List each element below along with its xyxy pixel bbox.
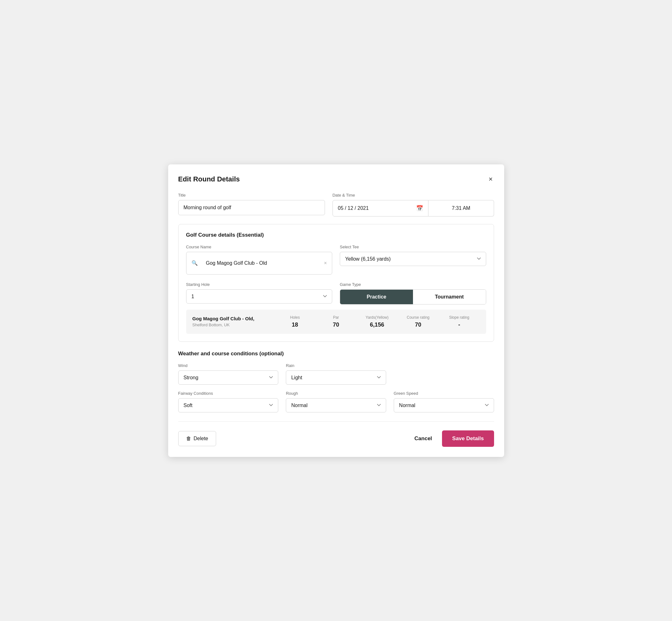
course-tee-row: Course Name 🔍 × Select Tee Yellow (6,156… xyxy=(186,245,486,275)
rough-dropdown[interactable]: Short Normal Long xyxy=(286,398,386,412)
course-name-group: Course Name 🔍 × xyxy=(186,245,333,275)
course-name-label: Course Name xyxy=(186,245,333,249)
tournament-toggle-btn[interactable]: Tournament xyxy=(413,290,486,304)
date-input-wrap[interactable]: 05 / 12 / 2021 📅 xyxy=(333,200,428,216)
course-name-input[interactable] xyxy=(201,256,321,271)
fairway-dropdown[interactable]: Dry Normal Soft Wet xyxy=(178,398,279,412)
footer-divider xyxy=(178,421,494,422)
select-tee-wrap: Yellow (6,156 yards) White Red xyxy=(340,252,486,266)
course-clear-icon[interactable]: × xyxy=(324,260,327,266)
par-label: Par xyxy=(333,315,339,320)
golf-course-section-title: Golf Course details (Essential) xyxy=(186,232,486,238)
modal-header: Edit Round Details × xyxy=(178,174,494,184)
title-group: Title xyxy=(178,193,325,215)
wind-select-wrap: Calm Light Moderate Strong Very Strong xyxy=(178,370,279,385)
green-speed-group: Green Speed Slow Normal Fast Very Fast xyxy=(394,391,494,412)
rough-label: Rough xyxy=(286,391,386,396)
conditions-row: Fairway Conditions Dry Normal Soft Wet R… xyxy=(178,391,494,412)
game-type-toggle: Practice Tournament xyxy=(340,289,486,304)
yards-label: Yards(Yellow) xyxy=(366,315,389,320)
datetime-group: Date & Time 05 / 12 / 2021 📅 7:31 AM xyxy=(333,193,494,216)
course-rating-stat: Course rating 70 xyxy=(397,315,438,328)
title-label: Title xyxy=(178,193,325,198)
slope-rating-stat: Slope rating - xyxy=(438,315,479,328)
fairway-label: Fairway Conditions xyxy=(178,391,279,396)
modal-title: Edit Round Details xyxy=(178,175,240,183)
weather-section: Weather and course conditions (optional)… xyxy=(178,350,494,412)
course-search-wrap: 🔍 × xyxy=(186,252,333,275)
green-speed-label: Green Speed xyxy=(394,391,494,396)
rain-group: Rain None Light Moderate Heavy xyxy=(286,363,386,385)
edit-round-modal: Edit Round Details × Title Date & Time 0… xyxy=(168,164,504,457)
starting-hole-wrap: 1 10 xyxy=(186,289,333,303)
datetime-label: Date & Time xyxy=(333,193,494,198)
course-info-box: Gog Magog Golf Club - Old, Shelford Bott… xyxy=(186,309,486,334)
select-tee-label: Select Tee xyxy=(340,245,486,249)
calendar-icon: 📅 xyxy=(416,205,423,212)
hole-gametype-row: Starting Hole 1 10 Game Type Practice To… xyxy=(186,282,486,304)
par-value: 70 xyxy=(333,322,339,328)
game-type-label: Game Type xyxy=(340,282,486,287)
green-speed-dropdown[interactable]: Slow Normal Fast Very Fast xyxy=(394,398,494,412)
par-stat: Par 70 xyxy=(316,315,356,328)
time-input-wrap[interactable]: 7:31 AM xyxy=(428,200,494,216)
golf-course-section: Golf Course details (Essential) Course N… xyxy=(178,224,494,342)
yards-value: 6,156 xyxy=(370,322,384,328)
save-button[interactable]: Save Details xyxy=(442,430,494,447)
close-button[interactable]: × xyxy=(488,174,494,184)
course-info-name: Gog Magog Golf Club - Old, Shelford Bott… xyxy=(193,316,275,327)
holes-label: Holes xyxy=(290,315,300,320)
delete-button[interactable]: 🗑 Delete xyxy=(178,431,216,446)
slope-rating-label: Slope rating xyxy=(449,315,469,320)
weather-section-title: Weather and course conditions (optional) xyxy=(178,350,494,357)
date-value: 05 / 12 / 2021 xyxy=(338,205,369,211)
holes-stat: Holes 18 xyxy=(275,315,316,328)
course-location: Shelford Bottom, UK xyxy=(193,323,275,327)
starting-hole-group: Starting Hole 1 10 xyxy=(186,282,333,303)
slope-rating-value: - xyxy=(458,322,460,328)
starting-hole-label: Starting Hole xyxy=(186,282,333,287)
footer-row: 🗑 Delete Cancel Save Details xyxy=(178,430,494,447)
select-tee-group: Select Tee Yellow (6,156 yards) White Re… xyxy=(340,245,486,266)
time-value: 7:31 AM xyxy=(452,205,470,211)
trash-icon: 🗑 xyxy=(186,436,191,442)
rain-select-wrap: None Light Moderate Heavy xyxy=(286,370,386,385)
wind-group: Wind Calm Light Moderate Strong Very Str… xyxy=(178,363,279,385)
course-name-display: Gog Magog Golf Club - Old, xyxy=(193,316,275,321)
title-input[interactable] xyxy=(178,200,325,215)
rough-group: Rough Short Normal Long xyxy=(286,391,386,412)
footer-right: Cancel Save Details xyxy=(412,430,494,447)
select-tee-dropdown[interactable]: Yellow (6,156 yards) White Red xyxy=(340,252,486,266)
yards-stat: Yards(Yellow) 6,156 xyxy=(356,315,397,328)
date-time-group: 05 / 12 / 2021 📅 7:31 AM xyxy=(333,200,494,216)
starting-hole-dropdown[interactable]: 1 10 xyxy=(186,289,333,303)
search-icon: 🔍 xyxy=(192,260,198,266)
delete-label: Delete xyxy=(194,436,208,442)
wind-rain-row: Wind Calm Light Moderate Strong Very Str… xyxy=(178,363,494,385)
holes-value: 18 xyxy=(292,322,298,328)
rain-dropdown[interactable]: None Light Moderate Heavy xyxy=(286,370,386,385)
course-rating-label: Course rating xyxy=(407,315,429,320)
cancel-button[interactable]: Cancel xyxy=(412,431,435,446)
rain-label: Rain xyxy=(286,363,386,368)
rough-select-wrap: Short Normal Long xyxy=(286,398,386,412)
course-rating-value: 70 xyxy=(415,322,421,328)
fairway-select-wrap: Dry Normal Soft Wet xyxy=(178,398,279,412)
game-type-group: Game Type Practice Tournament xyxy=(340,282,486,304)
wind-dropdown[interactable]: Calm Light Moderate Strong Very Strong xyxy=(178,370,279,385)
practice-toggle-btn[interactable]: Practice xyxy=(340,290,413,304)
wind-label: Wind xyxy=(178,363,279,368)
green-speed-select-wrap: Slow Normal Fast Very Fast xyxy=(394,398,494,412)
title-datetime-row: Title Date & Time 05 / 12 / 2021 📅 7:31 … xyxy=(178,193,494,216)
fairway-group: Fairway Conditions Dry Normal Soft Wet xyxy=(178,391,279,412)
